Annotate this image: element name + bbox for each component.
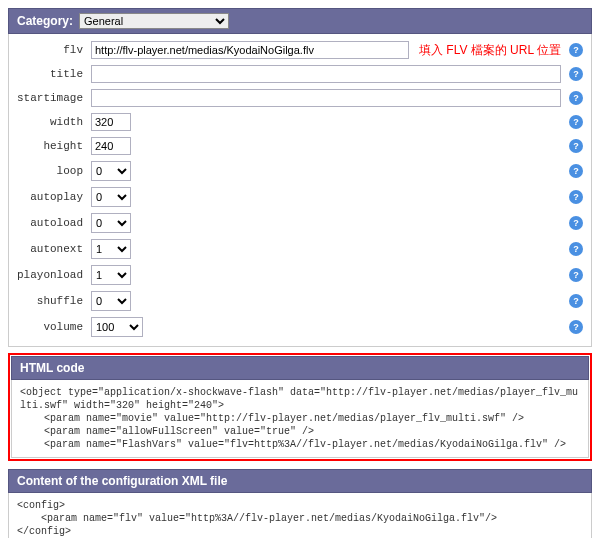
select-playonload[interactable]: 1 xyxy=(91,265,131,285)
category-select[interactable]: General xyxy=(79,13,229,29)
row-autonext: autonext 1 ? xyxy=(9,236,591,262)
input-flv[interactable] xyxy=(91,41,409,59)
help-icon[interactable]: ? xyxy=(569,67,583,81)
select-autonext[interactable]: 1 xyxy=(91,239,131,259)
flv-annotation: 填入 FLV 檔案的 URL 位置 xyxy=(419,42,561,59)
help-icon[interactable]: ? xyxy=(569,115,583,129)
help-icon[interactable]: ? xyxy=(569,294,583,308)
row-volume: volume 100 ? xyxy=(9,314,591,340)
help-icon[interactable]: ? xyxy=(569,216,583,230)
row-playonload: playonload 1 ? xyxy=(9,262,591,288)
select-volume[interactable]: 100 xyxy=(91,317,143,337)
help-icon[interactable]: ? xyxy=(569,320,583,334)
label-playonload: playonload xyxy=(17,269,87,281)
help-icon[interactable]: ? xyxy=(569,268,583,282)
label-height: height xyxy=(17,140,87,152)
row-title: title ? xyxy=(9,62,591,86)
help-icon[interactable]: ? xyxy=(569,139,583,153)
row-startimage: startimage ? xyxy=(9,86,591,110)
input-height[interactable] xyxy=(91,137,131,155)
input-width[interactable] xyxy=(91,113,131,131)
help-icon[interactable]: ? xyxy=(569,190,583,204)
label-autoplay: autoplay xyxy=(17,191,87,203)
input-startimage[interactable] xyxy=(91,89,561,107)
label-autoload: autoload xyxy=(17,217,87,229)
form-area: flv 填入 FLV 檔案的 URL 位置 ? title ? startima… xyxy=(8,34,592,347)
html-code-block[interactable]: <object type="application/x-shockwave-fl… xyxy=(11,380,589,458)
xml-header: Content of the configuration XML file xyxy=(8,469,592,493)
help-icon[interactable]: ? xyxy=(569,91,583,105)
label-flv: flv xyxy=(17,44,87,56)
category-header: Category: General xyxy=(8,8,592,34)
select-autoload[interactable]: 0 xyxy=(91,213,131,233)
html-code-header: HTML code xyxy=(11,356,589,380)
row-autoload: autoload 0 ? xyxy=(9,210,591,236)
label-shuffle: shuffle xyxy=(17,295,87,307)
select-autoplay[interactable]: 0 xyxy=(91,187,131,207)
help-icon[interactable]: ? xyxy=(569,43,583,57)
row-shuffle: shuffle 0 ? xyxy=(9,288,591,314)
label-startimage: startimage xyxy=(17,92,87,104)
label-volume: volume xyxy=(17,321,87,333)
xml-section: Content of the configuration XML file <c… xyxy=(8,469,592,538)
label-autonext: autonext xyxy=(17,243,87,255)
html-code-highlight: HTML code <object type="application/x-sh… xyxy=(8,353,592,461)
category-label: Category: xyxy=(17,14,73,28)
input-title[interactable] xyxy=(91,65,561,83)
row-width: width ? xyxy=(9,110,591,134)
label-title: title xyxy=(17,68,87,80)
select-shuffle[interactable]: 0 xyxy=(91,291,131,311)
select-loop[interactable]: 0 xyxy=(91,161,131,181)
row-height: height ? xyxy=(9,134,591,158)
row-loop: loop 0 ? xyxy=(9,158,591,184)
xml-code-block[interactable]: <config> <param name="flv" value="http%3… xyxy=(8,493,592,538)
label-loop: loop xyxy=(17,165,87,177)
label-width: width xyxy=(17,116,87,128)
help-icon[interactable]: ? xyxy=(569,242,583,256)
row-flv: flv 填入 FLV 檔案的 URL 位置 ? xyxy=(9,38,591,62)
help-icon[interactable]: ? xyxy=(569,164,583,178)
row-autoplay: autoplay 0 ? xyxy=(9,184,591,210)
